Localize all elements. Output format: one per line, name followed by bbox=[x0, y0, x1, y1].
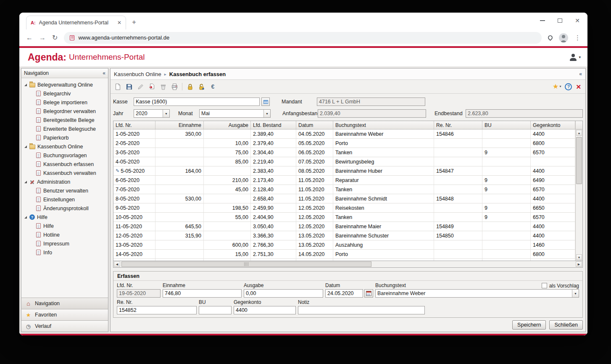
window-maximize-icon[interactable] bbox=[558, 18, 562, 23]
column-header-datum[interactable]: Datum bbox=[296, 121, 333, 129]
table-row[interactable]: 4-05-202085,002.219,4007.05.2020Bewirtun… bbox=[113, 157, 575, 166]
close-icon[interactable]: ✕ bbox=[576, 84, 581, 90]
new-tab-icon[interactable]: + bbox=[132, 18, 136, 26]
address-field[interactable]: www.agenda-unternehmens-portal.de bbox=[64, 32, 542, 44]
expand-arrow-icon[interactable] bbox=[24, 181, 27, 183]
sidebar-panel-verlauf[interactable]: ◷Verlauf bbox=[21, 320, 108, 332]
table-row[interactable]: 13-05-2020600,002.766,3013.05.2020Auszah… bbox=[113, 240, 575, 250]
datum-input[interactable] bbox=[325, 289, 363, 298]
sidebar-panel-navigation[interactable]: ⌂Navigation bbox=[21, 298, 108, 309]
column-header-gegenkonto[interactable]: Gegenkonto bbox=[531, 121, 575, 129]
tree-group-administration[interactable]: Administration bbox=[21, 177, 108, 186]
help-icon[interactable]: ? bbox=[565, 83, 572, 90]
table-row[interactable]: 3-05-202075,002.304,4006.05.2020Tanken96… bbox=[113, 148, 575, 157]
einnahme-input[interactable] bbox=[163, 289, 242, 298]
scroll-down-icon[interactable]: ▼ bbox=[576, 254, 582, 260]
lookup-button[interactable] bbox=[261, 98, 270, 106]
window-minimize-icon[interactable] bbox=[540, 20, 545, 21]
column-header-lfd-nr[interactable]: Lfd. Nr. bbox=[113, 121, 155, 129]
sidebar-item-papierkorb[interactable]: Papierkorb bbox=[21, 133, 108, 142]
scroll-up-icon[interactable]: ▲ bbox=[576, 130, 582, 136]
sidebar-item-einstellungen[interactable]: Einstellungen bbox=[21, 195, 108, 204]
sidebar-item-kassenbuch-verwalten[interactable]: Kassenbuch verwalten bbox=[21, 169, 108, 177]
table-row[interactable]: 8-05-2020530,002.658,4011.05.2020Bareinn… bbox=[113, 194, 575, 203]
vertical-scrollbar[interactable]: ▲ ▼ bbox=[575, 121, 582, 261]
sidebar-item-benutzer-verwalten[interactable]: Benutzer verwalten bbox=[21, 186, 108, 195]
sidebar-item-hotline[interactable]: Hotline bbox=[21, 230, 108, 239]
bu-input[interactable] bbox=[199, 306, 232, 314]
sidebar-item-belegordner-verwalten[interactable]: Belegordner verwalten bbox=[21, 107, 108, 116]
lock-open-icon[interactable] bbox=[196, 82, 206, 92]
euro-icon[interactable]: € bbox=[208, 82, 218, 92]
collapse-sidebar-icon[interactable]: « bbox=[103, 71, 105, 76]
sidebar-panel-favoriten[interactable]: ★Favoriten bbox=[21, 309, 108, 320]
reload-icon[interactable]: ↻ bbox=[52, 34, 58, 41]
save-button[interactable]: Speichern bbox=[512, 320, 546, 330]
menu-icon[interactable]: ⋮ bbox=[574, 34, 581, 42]
table-row[interactable]: 2-05-202010,002.379,4005.05.2020Porto680… bbox=[113, 139, 575, 148]
new-entry-icon[interactable] bbox=[113, 82, 123, 92]
column-header-re-nr[interactable]: Re. Nr. bbox=[434, 121, 482, 129]
renr-input[interactable] bbox=[117, 306, 197, 314]
scroll-left-icon[interactable]: ◀ bbox=[114, 261, 120, 267]
sidebar-item-erweiterte-belegsuche[interactable]: Erweiterte Belegsuche bbox=[21, 124, 108, 133]
table-row[interactable]: ✎5-05-2020164,002.383,4008.05.2020Barein… bbox=[113, 166, 575, 176]
user-menu[interactable]: ▾ bbox=[569, 54, 581, 61]
sidebar-item-impressum[interactable]: Impressum bbox=[21, 239, 108, 248]
tab-close-icon[interactable]: ✕ bbox=[117, 20, 121, 25]
extensions-pin-icon[interactable] bbox=[547, 34, 554, 41]
als-vorschlag-checkbox[interactable] bbox=[542, 283, 547, 288]
sidebar-item-hilfe[interactable]: Hilfe bbox=[21, 222, 108, 230]
table-row[interactable]: 15-05-202015.05.2020 bbox=[113, 259, 575, 261]
sidebar-item-buchungsvorlagen[interactable]: Buchungsvorlagen bbox=[21, 151, 108, 160]
table-row[interactable]: 7-05-202045,002.128,4011.05.2020Tanken96… bbox=[113, 185, 575, 194]
browser-tab[interactable]: A: Agenda Unternehmens-Portal ✕ bbox=[26, 16, 126, 29]
tree-group-hilfe[interactable]: ?Hilfe bbox=[21, 213, 108, 222]
collapse-panel-icon[interactable]: « bbox=[579, 71, 582, 76]
sidebar-item-info[interactable]: Info bbox=[21, 248, 108, 257]
table-row[interactable]: 10-05-202055,002.404,9012.05.2020Tanken9… bbox=[113, 213, 575, 222]
column-header-einnahme[interactable]: Einnahme bbox=[155, 121, 204, 129]
export-icon[interactable] bbox=[147, 82, 157, 92]
close-button[interactable]: Schließen bbox=[549, 320, 583, 330]
dropdown-icon[interactable]: ▼ bbox=[572, 290, 579, 297]
jahr-select[interactable]: 2020 ▼ bbox=[134, 109, 170, 118]
forward-icon[interactable]: → bbox=[39, 34, 46, 41]
tree-group-belegverwaltung-online[interactable]: Belegverwaltung Online bbox=[21, 80, 108, 89]
table-row[interactable]: 6-05-2020210,002.173,4011.05.2020Reparat… bbox=[113, 176, 575, 185]
gegenkonto-input[interactable] bbox=[234, 306, 296, 314]
notiz-input[interactable] bbox=[298, 306, 425, 314]
vertical-scroll-thumb[interactable] bbox=[576, 137, 582, 184]
calendar-button[interactable] bbox=[364, 289, 373, 298]
lock-icon[interactable] bbox=[185, 82, 195, 92]
sidebar-item-änderungsprotokoll[interactable]: Änderungsprotokoll bbox=[21, 204, 108, 213]
expand-arrow-icon[interactable] bbox=[24, 84, 27, 86]
sidebar-item-bereitgestellte-belege[interactable]: Bereitgestellte Belege bbox=[21, 116, 108, 124]
scroll-right-icon[interactable]: ▶ bbox=[576, 261, 582, 267]
table-row[interactable]: 9-05-2020198,502.459,9012.05.2020Reiseko… bbox=[113, 203, 575, 213]
sidebar-item-belege-importieren[interactable]: Belege importieren bbox=[21, 98, 108, 107]
column-header-bu[interactable]: BU bbox=[482, 121, 531, 129]
print-icon[interactable] bbox=[169, 82, 179, 92]
horizontal-scrollbar[interactable]: ◀ ▶ bbox=[113, 261, 583, 268]
sidebar-item-kassenbuch-erfassen[interactable]: Kassenbuch erfassen bbox=[21, 160, 108, 169]
buchungstext-combo[interactable]: Bareinnahme Weber ▼ bbox=[375, 289, 579, 298]
expand-arrow-icon[interactable] bbox=[24, 216, 27, 219]
column-header-buchungstext[interactable]: Buchungstext bbox=[333, 121, 434, 129]
delete-icon[interactable] bbox=[158, 82, 168, 92]
table-row[interactable]: 1-05-2020350,002.389,4004.05.2020Bareinn… bbox=[113, 129, 575, 139]
save-icon[interactable] bbox=[124, 82, 134, 92]
avatar-icon[interactable] bbox=[559, 33, 568, 42]
kasse-input[interactable] bbox=[134, 98, 260, 106]
als-vorschlag-option[interactable]: als Vorschlag bbox=[542, 283, 579, 289]
expand-arrow-icon[interactable] bbox=[24, 145, 27, 148]
table-row[interactable]: 11-05-2020645,503.050,4012.05.2020Barein… bbox=[113, 222, 575, 231]
horizontal-scroll-thumb[interactable] bbox=[121, 261, 371, 267]
ausgabe-input[interactable] bbox=[244, 289, 323, 298]
table-row[interactable]: 12-05-2020315,903.366,3013.05.2020Barein… bbox=[113, 231, 575, 240]
monat-select[interactable]: Mai ▼ bbox=[199, 109, 271, 118]
column-header-lfd-bestand[interactable]: Lfd. Bestand bbox=[251, 121, 296, 129]
tree-group-kassenbuch-online[interactable]: Kassenbuch Online bbox=[21, 142, 108, 151]
back-icon[interactable]: ← bbox=[26, 34, 33, 41]
favorites-star-icon[interactable]: ★▾ bbox=[553, 83, 561, 90]
